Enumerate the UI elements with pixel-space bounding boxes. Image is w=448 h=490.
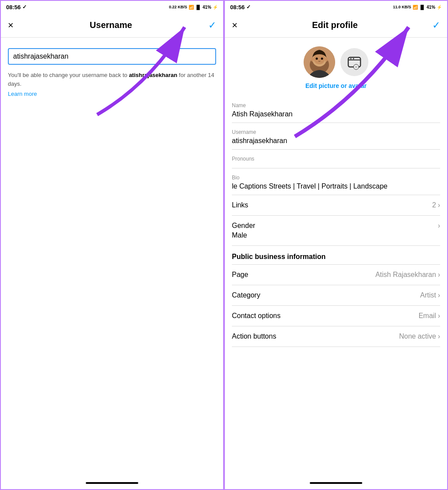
username-hint: You'll be able to change your username b… (8, 71, 216, 88)
links-right: 2 › (432, 201, 440, 209)
right-panel: 08:56 ✓ 11.0 KB/S 📶 ▐▌ 41% ⚡ × Edit prof… (224, 0, 448, 490)
home-bar-right (310, 482, 362, 484)
confirm-button-left[interactable]: ✓ (208, 20, 216, 31)
gender-row[interactable]: Gender › Male (232, 216, 440, 246)
svg-point-11 (353, 58, 354, 60)
close-button-right[interactable]: × (232, 20, 238, 31)
bio-value[interactable]: le Captions Streets | Travel | Portraits… (232, 182, 440, 195)
page-value: Atish Rajasekharan (375, 271, 436, 279)
time-left: 08:56 (6, 4, 21, 10)
pronouns-label: Pronouns (232, 156, 440, 162)
action-right: None active › (399, 332, 440, 340)
left-panel: 08:56 ✓ 0.22 KB/S 📶 ▐▌ 41% ⚡ × Username … (0, 0, 224, 490)
profile-photo[interactable] (304, 46, 335, 78)
category-label: Category (232, 291, 260, 299)
username-input-container[interactable] (8, 48, 216, 65)
check-status-icon: ✓ (22, 4, 27, 10)
battery-right: 41% (427, 5, 435, 10)
home-indicator-right (225, 477, 447, 489)
confirm-button-right[interactable]: ✓ (432, 20, 440, 31)
category-value: Artist (420, 291, 436, 299)
signal-icon-left: ▐▌ (195, 5, 201, 10)
avatar-section: Edit picture or avatar (225, 38, 447, 96)
right-header: × Edit profile ✓ (225, 13, 447, 38)
right-content: Edit picture or avatar Name Atish Rajase… (225, 38, 447, 477)
action-chevron: › (438, 332, 440, 340)
action-value: None active (399, 332, 436, 340)
links-value: 2 (432, 201, 436, 209)
username-bold: atishrajasekharan (129, 72, 178, 78)
data-rate-right: 11.0 KB/S (393, 5, 411, 9)
page-chevron: › (438, 271, 440, 279)
links-label: Links (232, 201, 248, 209)
contact-value: Email (419, 312, 436, 320)
business-section-title: Public business information (232, 246, 440, 265)
avatar-row (304, 46, 368, 78)
contact-chevron: › (438, 312, 440, 320)
contact-label: Contact options (232, 312, 280, 320)
username-input[interactable] (13, 52, 211, 60)
data-rate-left: 0.22 KB/S (169, 5, 187, 9)
left-header: × Username ✓ (1, 13, 223, 38)
battery-icon-right: ⚡ (437, 5, 442, 10)
svg-point-10 (350, 58, 352, 60)
battery-icon-left: ⚡ (213, 5, 218, 10)
category-chevron: › (438, 291, 440, 299)
contact-right: Email › (419, 312, 440, 320)
action-row[interactable]: Action buttons None active › (232, 326, 440, 347)
avatar-sticker-button[interactable] (340, 48, 368, 76)
username-value[interactable]: atishrajasekharan (232, 137, 440, 150)
time-right: 08:56 (230, 4, 245, 10)
close-button-left[interactable]: × (8, 20, 14, 31)
wifi-icon-left: 📶 (189, 5, 194, 10)
username-label: Username (232, 129, 440, 135)
wifi-icon-right: 📶 (413, 5, 418, 10)
gender-value: Male (232, 231, 247, 239)
page-right: Atish Rajasekharan › (375, 271, 440, 279)
links-chevron: › (438, 201, 440, 209)
home-indicator-left (1, 477, 223, 489)
learn-more-link[interactable]: Learn more (8, 91, 37, 97)
page-row[interactable]: Page Atish Rajasekharan › (232, 265, 440, 285)
links-row[interactable]: Links 2 › (232, 195, 440, 216)
svg-point-8 (325, 57, 328, 62)
page-title-right: Edit profile (312, 20, 357, 30)
svg-point-5 (316, 58, 318, 60)
battery-left: 41% (203, 5, 211, 10)
pronouns-value[interactable] (232, 164, 440, 168)
signal-icon-right: ▐▌ (419, 5, 425, 10)
svg-point-7 (311, 57, 314, 62)
avatar-sticker-icon (346, 54, 362, 70)
bio-label: Bio (232, 175, 440, 181)
edit-picture-link[interactable]: Edit picture or avatar (305, 82, 367, 89)
name-label: Name (232, 102, 440, 108)
status-bar-left: 08:56 ✓ 0.22 KB/S 📶 ▐▌ 41% ⚡ (1, 1, 223, 13)
category-row[interactable]: Category Artist › (232, 285, 440, 306)
page-title-left: Username (90, 20, 132, 30)
action-label: Action buttons (232, 332, 276, 340)
avatar-svg (304, 46, 335, 78)
profile-fields: Name Atish Rajasekharan Username atishra… (225, 102, 447, 347)
home-bar-left (86, 482, 138, 484)
svg-point-6 (321, 58, 323, 60)
check-status-icon-right: ✓ (246, 4, 251, 10)
left-content: You'll be able to change your username b… (1, 38, 223, 268)
gender-chevron: › (438, 222, 440, 230)
category-right: Artist › (420, 291, 440, 299)
gender-label: Gender (232, 222, 255, 230)
page-label: Page (232, 271, 248, 279)
contact-row[interactable]: Contact options Email › (232, 306, 440, 326)
name-value[interactable]: Atish Rajasekharan (232, 110, 440, 123)
status-bar-right: 08:56 ✓ 11.0 KB/S 📶 ▐▌ 41% ⚡ (225, 1, 447, 13)
